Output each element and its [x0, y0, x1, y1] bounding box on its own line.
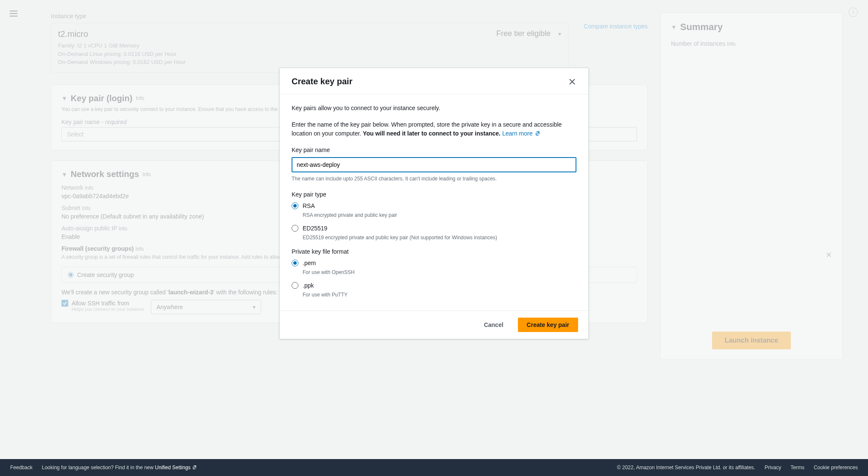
- radio-icon: [292, 202, 298, 209]
- radio-icon: [292, 260, 298, 266]
- radio-icon: [292, 225, 298, 232]
- keypair-type-label: Key pair type: [292, 190, 576, 199]
- create-keypair-button[interactable]: Create key pair: [518, 318, 578, 332]
- external-link-icon: [192, 465, 197, 470]
- footer-bar: Feedback Looking for language selection?…: [0, 459, 868, 476]
- keytype-ed25519-radio[interactable]: ED25519 ED25519 encrypted private and pu…: [292, 224, 576, 241]
- keypair-name-input[interactable]: [292, 157, 576, 172]
- create-keypair-modal: Create key pair Key pairs allow you to c…: [279, 68, 589, 339]
- keypair-name-label: Key pair name: [292, 146, 576, 155]
- rsa-desc: RSA encrypted private and public key pai…: [303, 211, 397, 219]
- cookie-preferences-link[interactable]: Cookie preferences: [814, 465, 858, 470]
- keypair-name-hint: The name can include upto 255 ASCII char…: [292, 175, 576, 183]
- learn-more-label: Learn more: [502, 130, 533, 137]
- cancel-button[interactable]: Cancel: [476, 318, 512, 332]
- ed-label: ED25519: [303, 224, 497, 233]
- pem-label: .pem: [303, 259, 355, 268]
- ed-desc: ED25519 encrypted private and public key…: [303, 234, 497, 241]
- modal-body-bold: You will need it later to connect to you…: [363, 130, 501, 137]
- lang-text: Looking for language selection? Find it …: [42, 465, 155, 470]
- feedback-link[interactable]: Feedback: [10, 465, 33, 470]
- modal-title: Create key pair: [292, 77, 352, 86]
- modal-close-button[interactable]: [568, 77, 576, 86]
- terms-link[interactable]: Terms: [790, 465, 804, 470]
- close-icon: [568, 77, 576, 86]
- unified-settings-link[interactable]: Unified Settings: [155, 465, 197, 470]
- rsa-label: RSA: [303, 202, 397, 210]
- key-format-label: Private key file format: [292, 247, 576, 256]
- format-pem-radio[interactable]: .pem For use with OpenSSH: [292, 259, 576, 276]
- format-ppk-radio[interactable]: .ppk For use with PuTTY: [292, 281, 576, 299]
- external-link-icon: [535, 131, 540, 136]
- ppk-label: .ppk: [303, 281, 348, 290]
- keytype-rsa-radio[interactable]: RSA RSA encrypted private and public key…: [292, 202, 576, 219]
- unified-settings-label: Unified Settings: [155, 465, 191, 470]
- pem-desc: For use with OpenSSH: [303, 268, 355, 276]
- privacy-link[interactable]: Privacy: [765, 465, 781, 470]
- modal-intro: Key pairs allow you to connect to your i…: [292, 104, 576, 113]
- copyright-text: © 2022, Amazon Internet Services Private…: [617, 465, 755, 470]
- radio-icon: [292, 282, 298, 289]
- ppk-desc: For use with PuTTY: [303, 291, 348, 299]
- learn-more-link[interactable]: Learn more: [502, 130, 540, 137]
